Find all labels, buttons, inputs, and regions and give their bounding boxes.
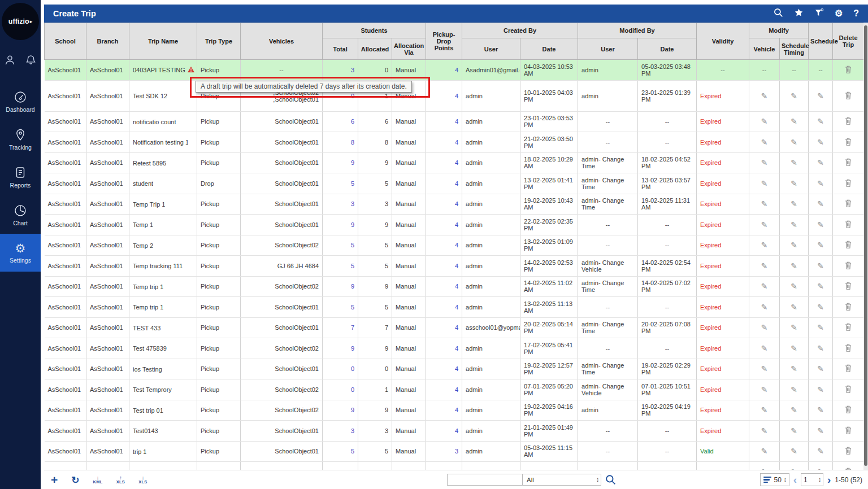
modify-schedule-button[interactable]: ✎ [809,441,833,462]
modify-schedule-button[interactable]: ✎ [809,462,833,470]
cell-students-total-link[interactable]: 5 [323,441,358,462]
modify-schedule-timing-button[interactable]: ✎ [780,297,809,318]
modify-schedule-button[interactable]: ✎ [809,215,833,235]
cell-students-total-link[interactable]: 8 [323,132,358,153]
cell-pickup-drop-points-link[interactable]: 4 [426,297,462,318]
delete-trip-button[interactable] [833,317,863,338]
modify-schedule-timing-button[interactable]: ✎ [780,441,809,462]
table-search-input[interactable] [447,474,523,486]
cell-pickup-drop-points-link[interactable]: 4 [426,194,462,215]
modify-schedule-button[interactable]: ✎ [809,359,833,379]
modify-schedule-timing-button[interactable]: ✎ [780,317,809,338]
modify-schedule-timing-button[interactable]: ✎ [780,421,809,442]
modify-schedule-timing-button[interactable]: ✎ [780,80,809,111]
delete-trip-button[interactable] [833,152,863,173]
modify-vehicle-button[interactable]: ✎ [749,173,780,194]
cell-pickup-drop-points-link[interactable]: 4 [426,317,462,338]
modify-schedule-button[interactable]: ✎ [809,235,833,256]
favorites-star-icon[interactable] [794,8,804,20]
filter-funnel-icon[interactable] [814,8,824,20]
page-number-input[interactable]: 1 ▴▾ [801,473,823,486]
modify-vehicle-button[interactable]: ✎ [749,215,780,235]
modify-schedule-timing-button[interactable]: ✎ [780,132,809,153]
cell-students-total-link[interactable]: 0 [323,379,358,400]
delete-trip-button[interactable] [833,194,863,215]
draft-warning-icon[interactable] [188,66,194,73]
cell-pickup-drop-points-link[interactable]: 4 [426,80,462,111]
delete-trip-button[interactable] [833,421,863,442]
modify-vehicle-button[interactable]: ✎ [749,152,780,173]
cell-students-total-link[interactable]: 7 [323,317,358,338]
cell-pickup-drop-points-link[interactable]: 4 [426,379,462,400]
cell-pickup-drop-points-link[interactable]: 3 [426,441,462,462]
sidebar-item-settings[interactable]: ⚙ Settings [0,234,41,272]
cell-students-total-link[interactable]: 3 [323,421,358,442]
modify-vehicle-button[interactable]: ✎ [749,194,780,215]
cell-pickup-drop-points-link[interactable]: 4 [426,338,462,359]
modify-vehicle-button[interactable]: ✎ [749,400,780,421]
sidebar-item-chart[interactable]: Chart [0,196,41,234]
xls-upload-button[interactable]: ↑ XLS [116,476,125,484]
delete-trip-button[interactable] [833,400,863,421]
delete-trip-button[interactable] [833,80,863,111]
modify-vehicle-button[interactable]: ✎ [749,111,780,132]
scrollbar-thumb[interactable] [864,25,867,466]
settings-icon[interactable]: ⚙ [835,9,843,18]
cell-pickup-drop-points-link[interactable]: 4 [426,400,462,421]
add-trip-button[interactable]: + [51,474,58,486]
search-icon[interactable] [774,8,783,20]
modify-vehicle-button[interactable]: ✎ [749,256,780,277]
delete-trip-button[interactable] [833,462,863,470]
cell-pickup-drop-points-link[interactable]: 4 [426,276,462,297]
modify-schedule-timing-button[interactable]: ✎ [780,338,809,359]
delete-trip-button[interactable] [833,441,863,462]
modify-vehicle-button[interactable]: ✎ [749,235,780,256]
cell-pickup-drop-points-link[interactable]: 4 [426,421,462,442]
cell-students-total-link[interactable]: 5 [323,235,358,256]
cell-students-total-link[interactable]: 6 [323,111,358,132]
delete-trip-button[interactable] [833,338,863,359]
cell-students-total-link[interactable]: 3 [323,194,358,215]
modify-schedule-button[interactable]: ✎ [809,256,833,277]
cell-pickup-drop-points-link[interactable]: 4 [426,215,462,235]
delete-trip-button[interactable] [833,276,863,297]
modify-schedule-button[interactable]: ✎ [809,132,833,153]
previous-page-button[interactable]: ‹ [793,475,797,485]
cell-pickup-drop-points-link[interactable]: 4 [426,152,462,173]
modify-vehicle-button[interactable]: ✎ [749,80,780,111]
modify-schedule-timing-button[interactable]: ✎ [780,235,809,256]
modify-schedule-button[interactable]: ✎ [809,276,833,297]
modify-vehicle-button[interactable]: ✎ [749,462,780,470]
cell-students-total-link[interactable]: 0 [323,359,358,379]
sidebar-item-reports[interactable]: Reports [0,158,41,196]
modify-schedule-button[interactable]: ✎ [809,421,833,442]
modify-schedule-timing-button[interactable]: ✎ [780,173,809,194]
modify-schedule-button[interactable]: ✎ [809,338,833,359]
modify-vehicle-button[interactable]: ✎ [749,359,780,379]
modify-schedule-button[interactable]: ✎ [809,297,833,318]
modify-schedule-timing-button[interactable]: ✎ [780,276,809,297]
cell-students-total-link[interactable]: 9 [323,338,358,359]
cell-pickup-drop-points-link[interactable]: 4 [426,111,462,132]
delete-trip-button[interactable] [833,215,863,235]
cell-students-total-link[interactable]: 9 [323,400,358,421]
cell-pickup-drop-points-link[interactable]: 4 [426,132,462,153]
kml-download-button[interactable]: ↓ KML [93,476,103,484]
cell-students-total-link[interactable]: 9 [323,152,358,173]
modify-vehicle-button[interactable]: ✎ [749,441,780,462]
modify-vehicle-button[interactable]: ✎ [749,297,780,318]
modify-schedule-button[interactable]: ✎ [809,317,833,338]
cell-pickup-drop-points-link[interactable]: 4 [426,60,462,81]
modify-vehicle-button[interactable]: ✎ [749,276,780,297]
modify-schedule-timing-button[interactable]: ✎ [780,359,809,379]
notifications-bell-icon[interactable] [25,54,37,66]
sidebar-item-dashboard[interactable]: Dashboard [0,82,41,120]
modify-schedule-timing-button[interactable]: ✎ [780,379,809,400]
cell-students-total-link[interactable]: 9 [323,215,358,235]
modify-schedule-timing-button[interactable]: ✎ [780,256,809,277]
search-submit-icon[interactable] [605,474,616,485]
cell-pickup-drop-points-link[interactable] [426,462,462,470]
cell-students-total-link[interactable]: 5 [323,256,358,277]
delete-trip-button[interactable] [833,132,863,153]
cell-pickup-drop-points-link[interactable]: 4 [426,256,462,277]
